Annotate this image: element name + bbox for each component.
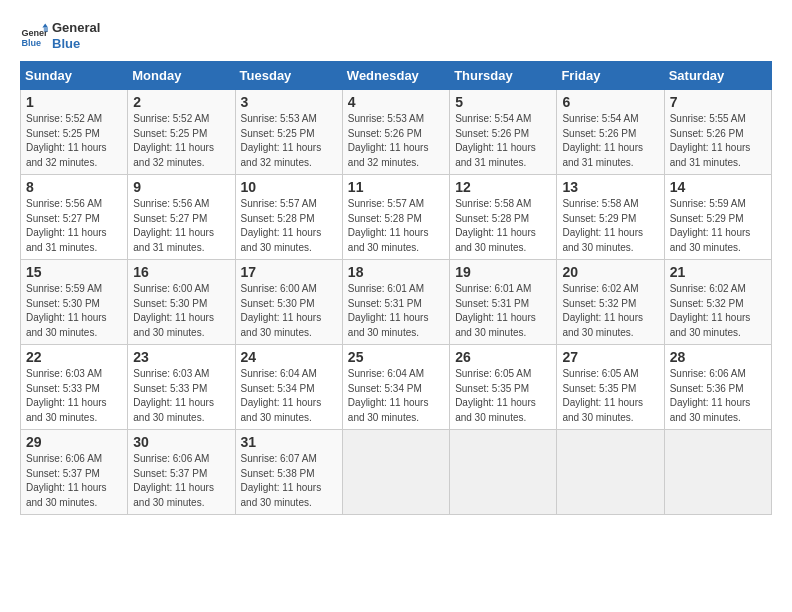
calendar-cell: 23Sunrise: 6:03 AMSunset: 5:33 PMDayligh… bbox=[128, 345, 235, 430]
day-number: 10 bbox=[241, 179, 337, 195]
calendar-cell: 2Sunrise: 5:52 AMSunset: 5:25 PMDaylight… bbox=[128, 90, 235, 175]
calendar-week-2: 1Sunrise: 5:52 AMSunset: 5:25 PMDaylight… bbox=[21, 90, 772, 175]
day-info: Sunrise: 5:52 AMSunset: 5:25 PMDaylight:… bbox=[26, 112, 122, 170]
day-number: 2 bbox=[133, 94, 229, 110]
weekday-header-tuesday: Tuesday bbox=[235, 62, 342, 90]
day-info: Sunrise: 5:54 AMSunset: 5:26 PMDaylight:… bbox=[562, 112, 658, 170]
calendar-table: SundayMondayTuesdayWednesdayThursdayFrid… bbox=[20, 61, 772, 515]
day-number: 7 bbox=[670, 94, 766, 110]
calendar-cell: 22Sunrise: 6:03 AMSunset: 5:33 PMDayligh… bbox=[21, 345, 128, 430]
day-info: Sunrise: 5:58 AMSunset: 5:28 PMDaylight:… bbox=[455, 197, 551, 255]
day-number: 31 bbox=[241, 434, 337, 450]
calendar-week-5: 22Sunrise: 6:03 AMSunset: 5:33 PMDayligh… bbox=[21, 345, 772, 430]
calendar-cell bbox=[557, 430, 664, 515]
calendar-cell: 11Sunrise: 5:57 AMSunset: 5:28 PMDayligh… bbox=[342, 175, 449, 260]
day-info: Sunrise: 6:07 AMSunset: 5:38 PMDaylight:… bbox=[241, 452, 337, 510]
day-number: 21 bbox=[670, 264, 766, 280]
day-number: 8 bbox=[26, 179, 122, 195]
calendar-cell: 9Sunrise: 5:56 AMSunset: 5:27 PMDaylight… bbox=[128, 175, 235, 260]
day-number: 1 bbox=[26, 94, 122, 110]
calendar-cell: 6Sunrise: 5:54 AMSunset: 5:26 PMDaylight… bbox=[557, 90, 664, 175]
calendar-cell: 27Sunrise: 6:05 AMSunset: 5:35 PMDayligh… bbox=[557, 345, 664, 430]
calendar-cell: 18Sunrise: 6:01 AMSunset: 5:31 PMDayligh… bbox=[342, 260, 449, 345]
calendar-week-3: 8Sunrise: 5:56 AMSunset: 5:27 PMDaylight… bbox=[21, 175, 772, 260]
day-info: Sunrise: 5:56 AMSunset: 5:27 PMDaylight:… bbox=[133, 197, 229, 255]
day-number: 4 bbox=[348, 94, 444, 110]
day-info: Sunrise: 6:06 AMSunset: 5:37 PMDaylight:… bbox=[26, 452, 122, 510]
day-number: 14 bbox=[670, 179, 766, 195]
calendar-cell bbox=[450, 430, 557, 515]
day-number: 11 bbox=[348, 179, 444, 195]
day-info: Sunrise: 5:55 AMSunset: 5:26 PMDaylight:… bbox=[670, 112, 766, 170]
page-header: General Blue General Blue bbox=[20, 20, 772, 51]
calendar-cell: 4Sunrise: 5:53 AMSunset: 5:26 PMDaylight… bbox=[342, 90, 449, 175]
day-info: Sunrise: 6:02 AMSunset: 5:32 PMDaylight:… bbox=[670, 282, 766, 340]
day-info: Sunrise: 6:01 AMSunset: 5:31 PMDaylight:… bbox=[348, 282, 444, 340]
day-number: 16 bbox=[133, 264, 229, 280]
day-number: 17 bbox=[241, 264, 337, 280]
day-number: 3 bbox=[241, 94, 337, 110]
day-info: Sunrise: 6:03 AMSunset: 5:33 PMDaylight:… bbox=[133, 367, 229, 425]
calendar-cell: 17Sunrise: 6:00 AMSunset: 5:30 PMDayligh… bbox=[235, 260, 342, 345]
weekday-header-wednesday: Wednesday bbox=[342, 62, 449, 90]
day-info: Sunrise: 6:05 AMSunset: 5:35 PMDaylight:… bbox=[455, 367, 551, 425]
day-number: 18 bbox=[348, 264, 444, 280]
calendar-cell: 20Sunrise: 6:02 AMSunset: 5:32 PMDayligh… bbox=[557, 260, 664, 345]
day-info: Sunrise: 5:56 AMSunset: 5:27 PMDaylight:… bbox=[26, 197, 122, 255]
calendar-cell: 8Sunrise: 5:56 AMSunset: 5:27 PMDaylight… bbox=[21, 175, 128, 260]
weekday-header-thursday: Thursday bbox=[450, 62, 557, 90]
calendar-cell: 13Sunrise: 5:58 AMSunset: 5:29 PMDayligh… bbox=[557, 175, 664, 260]
day-info: Sunrise: 6:04 AMSunset: 5:34 PMDaylight:… bbox=[241, 367, 337, 425]
day-info: Sunrise: 5:57 AMSunset: 5:28 PMDaylight:… bbox=[348, 197, 444, 255]
calendar-cell: 28Sunrise: 6:06 AMSunset: 5:36 PMDayligh… bbox=[664, 345, 771, 430]
logo: General Blue General Blue bbox=[20, 20, 100, 51]
calendar-cell: 10Sunrise: 5:57 AMSunset: 5:28 PMDayligh… bbox=[235, 175, 342, 260]
calendar-cell: 30Sunrise: 6:06 AMSunset: 5:37 PMDayligh… bbox=[128, 430, 235, 515]
day-info: Sunrise: 6:02 AMSunset: 5:32 PMDaylight:… bbox=[562, 282, 658, 340]
calendar-cell: 29Sunrise: 6:06 AMSunset: 5:37 PMDayligh… bbox=[21, 430, 128, 515]
calendar-cell: 15Sunrise: 5:59 AMSunset: 5:30 PMDayligh… bbox=[21, 260, 128, 345]
day-number: 9 bbox=[133, 179, 229, 195]
weekday-header-saturday: Saturday bbox=[664, 62, 771, 90]
calendar-cell: 12Sunrise: 5:58 AMSunset: 5:28 PMDayligh… bbox=[450, 175, 557, 260]
calendar-cell: 24Sunrise: 6:04 AMSunset: 5:34 PMDayligh… bbox=[235, 345, 342, 430]
day-number: 13 bbox=[562, 179, 658, 195]
svg-marker-3 bbox=[44, 27, 48, 31]
calendar-cell: 3Sunrise: 5:53 AMSunset: 5:25 PMDaylight… bbox=[235, 90, 342, 175]
logo-icon: General Blue bbox=[20, 22, 48, 50]
day-number: 20 bbox=[562, 264, 658, 280]
day-number: 25 bbox=[348, 349, 444, 365]
day-number: 30 bbox=[133, 434, 229, 450]
calendar-cell: 7Sunrise: 5:55 AMSunset: 5:26 PMDaylight… bbox=[664, 90, 771, 175]
day-number: 29 bbox=[26, 434, 122, 450]
calendar-week-4: 15Sunrise: 5:59 AMSunset: 5:30 PMDayligh… bbox=[21, 260, 772, 345]
weekday-header-friday: Friday bbox=[557, 62, 664, 90]
day-info: Sunrise: 6:00 AMSunset: 5:30 PMDaylight:… bbox=[241, 282, 337, 340]
day-number: 5 bbox=[455, 94, 551, 110]
svg-marker-2 bbox=[42, 23, 48, 27]
day-info: Sunrise: 6:04 AMSunset: 5:34 PMDaylight:… bbox=[348, 367, 444, 425]
calendar-cell: 31Sunrise: 6:07 AMSunset: 5:38 PMDayligh… bbox=[235, 430, 342, 515]
day-info: Sunrise: 6:00 AMSunset: 5:30 PMDaylight:… bbox=[133, 282, 229, 340]
day-info: Sunrise: 5:52 AMSunset: 5:25 PMDaylight:… bbox=[133, 112, 229, 170]
day-info: Sunrise: 5:59 AMSunset: 5:30 PMDaylight:… bbox=[26, 282, 122, 340]
calendar-cell bbox=[664, 430, 771, 515]
day-number: 26 bbox=[455, 349, 551, 365]
day-number: 15 bbox=[26, 264, 122, 280]
day-number: 12 bbox=[455, 179, 551, 195]
day-info: Sunrise: 5:54 AMSunset: 5:26 PMDaylight:… bbox=[455, 112, 551, 170]
calendar-cell: 5Sunrise: 5:54 AMSunset: 5:26 PMDaylight… bbox=[450, 90, 557, 175]
weekday-header-monday: Monday bbox=[128, 62, 235, 90]
calendar-week-6: 29Sunrise: 6:06 AMSunset: 5:37 PMDayligh… bbox=[21, 430, 772, 515]
weekday-header-sunday: Sunday bbox=[21, 62, 128, 90]
day-info: Sunrise: 6:03 AMSunset: 5:33 PMDaylight:… bbox=[26, 367, 122, 425]
svg-text:Blue: Blue bbox=[21, 37, 41, 47]
day-info: Sunrise: 6:01 AMSunset: 5:31 PMDaylight:… bbox=[455, 282, 551, 340]
day-info: Sunrise: 6:05 AMSunset: 5:35 PMDaylight:… bbox=[562, 367, 658, 425]
day-number: 23 bbox=[133, 349, 229, 365]
day-info: Sunrise: 6:06 AMSunset: 5:37 PMDaylight:… bbox=[133, 452, 229, 510]
calendar-cell bbox=[342, 430, 449, 515]
calendar-cell: 1Sunrise: 5:52 AMSunset: 5:25 PMDaylight… bbox=[21, 90, 128, 175]
day-number: 22 bbox=[26, 349, 122, 365]
calendar-cell: 25Sunrise: 6:04 AMSunset: 5:34 PMDayligh… bbox=[342, 345, 449, 430]
